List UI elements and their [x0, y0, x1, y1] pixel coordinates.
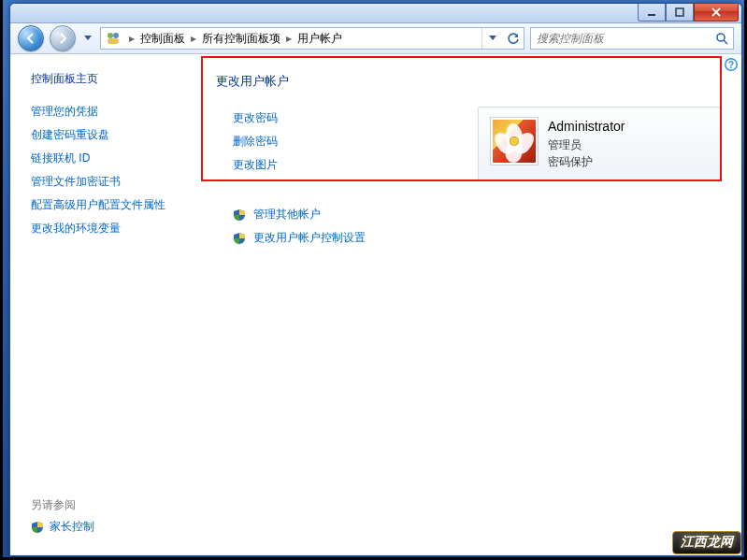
watermark: 江西龙网	[672, 531, 741, 554]
shield-icon	[233, 232, 246, 245]
svg-point-5	[717, 34, 725, 41]
search-box[interactable]	[530, 27, 734, 50]
shield-icon	[31, 521, 44, 534]
sidebar-title[interactable]: 控制面板主页	[31, 71, 188, 87]
manage-other-accounts-label: 管理其他帐户	[253, 207, 321, 223]
forward-button[interactable]	[50, 25, 76, 51]
address-bar[interactable]: ▸ 控制面板 ▸ 所有控制面板项 ▸ 用户帐户	[100, 27, 524, 50]
sidebar-link-create-password-reset-disk[interactable]: 创建密码重设盘	[31, 123, 188, 147]
help-icon[interactable]: ?	[724, 57, 739, 72]
user-account-card[interactable]: Administrator 管理员 密码保护	[478, 107, 721, 180]
sidebar-link-link-online-id[interactable]: 链接联机 ID	[31, 147, 188, 170]
refresh-button[interactable]	[503, 28, 524, 49]
titlebar	[10, 4, 741, 23]
chevron-right-icon[interactable]: ▸	[125, 32, 138, 45]
action-change-picture[interactable]: 更改图片	[233, 153, 476, 177]
user-role: 管理员	[548, 136, 625, 153]
user-password-status: 密码保护	[548, 153, 625, 170]
svg-rect-1	[676, 8, 683, 16]
svg-rect-0	[648, 14, 655, 16]
control-panel-window: ▸ 控制面板 ▸ 所有控制面板项 ▸ 用户帐户	[9, 3, 742, 556]
sidebar-link-parental-controls[interactable]: 家长控制	[31, 519, 188, 535]
breadcrumb-all-items[interactable]: 所有控制面板项	[200, 31, 282, 47]
search-input[interactable]	[531, 32, 711, 45]
chevron-right-icon[interactable]: ▸	[282, 32, 295, 45]
svg-point-3	[113, 33, 119, 38]
sidebar-link-manage-credentials[interactable]: 管理您的凭据	[31, 100, 188, 123]
action-manage-other-accounts[interactable]: 管理其他帐户	[233, 203, 721, 226]
maximize-button[interactable]	[666, 3, 694, 22]
sidebar-link-advanced-profile-properties[interactable]: 配置高级用户配置文件属性	[31, 194, 188, 217]
sidebar-link-change-env-variables[interactable]: 更改我的环境变量	[31, 217, 188, 240]
sidebar-link-manage-file-encryption-certs[interactable]: 管理文件加密证书	[31, 170, 188, 194]
action-change-uac-settings[interactable]: 更改用户帐户控制设置	[233, 226, 721, 250]
breadcrumb-control-panel[interactable]: 控制面板	[138, 31, 187, 47]
see-also-label: 另请参阅	[31, 497, 188, 513]
user-name: Administrator	[548, 117, 625, 136]
user-accounts-icon	[104, 29, 122, 48]
parental-controls-label: 家长控制	[50, 519, 94, 535]
svg-rect-4	[108, 38, 119, 44]
shield-icon	[233, 208, 246, 222]
close-button[interactable]	[694, 3, 739, 22]
svg-point-2	[108, 33, 113, 38]
back-button[interactable]	[18, 25, 44, 51]
chevron-right-icon[interactable]: ▸	[187, 32, 200, 45]
action-change-password[interactable]: 更改密码	[233, 107, 476, 130]
change-uac-label: 更改用户帐户控制设置	[253, 230, 366, 246]
action-remove-password[interactable]: 删除密码	[233, 130, 476, 153]
address-dropdown[interactable]	[482, 28, 503, 49]
section-title: 更改用户帐户	[216, 73, 721, 90]
navbar: ▸ 控制面板 ▸ 所有控制面板项 ▸ 用户帐户	[10, 23, 741, 54]
minimize-button[interactable]	[638, 3, 666, 22]
history-dropdown[interactable]	[81, 36, 94, 41]
svg-text:?: ?	[728, 60, 734, 70]
sidebar: 控制面板主页 管理您的凭据 创建密码重设盘 链接联机 ID 管理文件加密证书 配…	[10, 54, 199, 556]
svg-line-6	[724, 40, 727, 44]
search-icon[interactable]	[711, 28, 733, 49]
main-content: ? 更改用户帐户 更改密码 删除密码 更改图片	[199, 54, 741, 556]
breadcrumb-user-accounts[interactable]: 用户帐户	[295, 31, 344, 47]
user-picture	[490, 117, 539, 165]
